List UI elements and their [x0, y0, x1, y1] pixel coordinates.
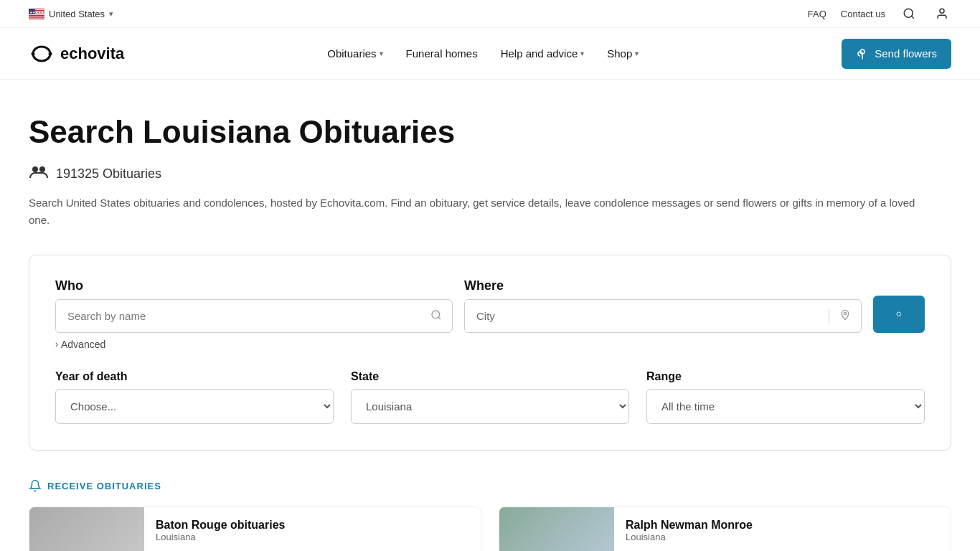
svg-rect-10 — [29, 17, 44, 17]
svg-point-26 — [897, 312, 900, 316]
city-select[interactable]: City — [465, 300, 829, 332]
obit-card-2[interactable]: Ralph Newman Monroe Louisiana — [499, 507, 951, 551]
main-nav: echovita Obituaries ▾ Funeral homes Help… — [0, 28, 980, 80]
flower-icon — [856, 47, 869, 60]
obit-card-2-content: Ralph Newman Monroe Louisiana — [614, 507, 764, 551]
country-label: United States — [49, 9, 105, 19]
page-title: Search Louisiana Obituaries — [29, 114, 951, 150]
name-search-input[interactable] — [56, 300, 420, 332]
send-flowers-button[interactable]: Send flowers — [842, 39, 951, 69]
name-input-wrap — [55, 299, 453, 333]
svg-line-27 — [900, 316, 901, 316]
where-label: Where — [464, 278, 862, 293]
account-icon — [936, 7, 948, 20]
obit-card-1-subtitle: Louisiana — [156, 532, 285, 542]
search-icon-button[interactable] — [900, 4, 918, 23]
svg-point-21 — [32, 166, 38, 172]
svg-line-16 — [911, 16, 913, 18]
year-select[interactable]: Choose... — [55, 389, 334, 424]
svg-point-19 — [49, 52, 52, 55]
search-card: Who Where City — [29, 255, 951, 451]
nav-help-advice[interactable]: Help and advice ▾ — [501, 47, 585, 60]
account-icon-button[interactable] — [933, 4, 951, 23]
svg-line-24 — [438, 317, 440, 319]
range-select[interactable]: All the timeLast weekLast monthLast 3 mo… — [646, 389, 925, 424]
contact-link[interactable]: Contact us — [841, 9, 885, 19]
country-selector[interactable]: ★★★★★★ United States ▾ — [29, 9, 113, 19]
obit-card-2-image — [499, 507, 614, 551]
year-group: Year of death Choose... — [55, 370, 334, 424]
obit-card-1-title: Baton Rouge obituaries — [156, 519, 285, 532]
help-chevron: ▾ — [580, 50, 584, 57]
bell-icon — [29, 479, 42, 492]
obit-card-1-image — [29, 507, 144, 551]
logo-text: echovita — [60, 44, 124, 63]
top-bar: ★★★★★★ United States ▾ FAQ Contact us — [0, 0, 980, 28]
svg-rect-8 — [29, 15, 44, 16]
advanced-toggle[interactable]: › Advanced — [55, 339, 105, 350]
svg-point-18 — [32, 52, 35, 55]
svg-rect-9 — [29, 16, 44, 17]
top-bar-right: FAQ Contact us — [808, 4, 951, 23]
svg-point-15 — [904, 9, 913, 17]
svg-point-22 — [39, 166, 45, 172]
faq-link[interactable]: FAQ — [808, 9, 826, 19]
svg-rect-11 — [29, 17, 44, 18]
nav-right: Send flowers — [842, 39, 951, 69]
search-icon — [903, 7, 915, 20]
receive-obituaries-button[interactable]: RECEIVE OBITUARIES — [29, 479, 161, 492]
where-group: Where City — [464, 278, 862, 333]
nav-obituaries[interactable]: Obituaries ▾ — [327, 47, 382, 60]
search-button-icon — [896, 306, 902, 322]
who-label: Who — [55, 278, 453, 293]
range-group: Range All the timeLast weekLast monthLas… — [646, 370, 925, 424]
nav-links: Obituaries ▾ Funeral homes Help and advi… — [327, 47, 639, 60]
range-label: Range — [646, 370, 925, 383]
state-select[interactable]: AlabamaAlaskaArizonaArkansasCaliforniaCo… — [351, 389, 629, 424]
name-search-icon — [420, 309, 452, 324]
receive-section: RECEIVE OBITUARIES Baton Rouge obituarie… — [29, 479, 951, 551]
count-text: 191325 Obituaries — [56, 166, 161, 182]
nav-funeral-homes[interactable]: Funeral homes — [406, 47, 478, 60]
advanced-row: Year of death Choose... State AlabamaAla… — [55, 370, 925, 424]
location-icon — [829, 309, 861, 324]
svg-point-17 — [940, 9, 944, 13]
svg-rect-12 — [29, 18, 44, 19]
logo[interactable]: echovita — [29, 44, 124, 63]
state-label: State — [351, 370, 629, 383]
svg-point-25 — [844, 312, 846, 314]
obituary-count: 191325 Obituaries — [29, 164, 951, 183]
shop-chevron: ▾ — [635, 50, 639, 57]
obituaries-chevron: ▾ — [380, 50, 383, 57]
obit-card-1[interactable]: Baton Rouge obituaries Louisiana — [29, 507, 481, 551]
search-button[interactable] — [873, 296, 925, 333]
obit-card-2-title: Ralph Newman Monroe — [626, 519, 753, 532]
logo-icon — [29, 45, 55, 62]
main-content: Search Louisiana Obituaries 191325 Obitu… — [0, 80, 980, 551]
svg-rect-7 — [29, 14, 44, 15]
state-group: State AlabamaAlaskaArizonaArkansasCalifo… — [351, 370, 629, 424]
svg-point-23 — [432, 311, 440, 319]
who-group: Who — [55, 278, 453, 333]
year-label: Year of death — [55, 370, 334, 383]
country-chevron: ▾ — [109, 9, 113, 19]
city-select-wrap: City — [464, 299, 862, 333]
us-flag-icon: ★★★★★★ — [29, 9, 44, 19]
hero-description: Search United States obituaries and cond… — [29, 194, 918, 229]
nav-shop[interactable]: Shop ▾ — [607, 47, 639, 60]
obit-cards-row: Baton Rouge obituaries Louisiana Ralph N… — [29, 507, 951, 551]
svg-text:★★★★★★: ★★★★★★ — [29, 10, 45, 14]
obit-card-1-content: Baton Rouge obituaries Louisiana — [144, 507, 296, 551]
obit-card-2-subtitle: Louisiana — [626, 532, 753, 542]
advanced-chevron: › — [55, 339, 58, 349]
count-icon — [29, 164, 49, 183]
search-row: Who Where City — [55, 278, 925, 333]
